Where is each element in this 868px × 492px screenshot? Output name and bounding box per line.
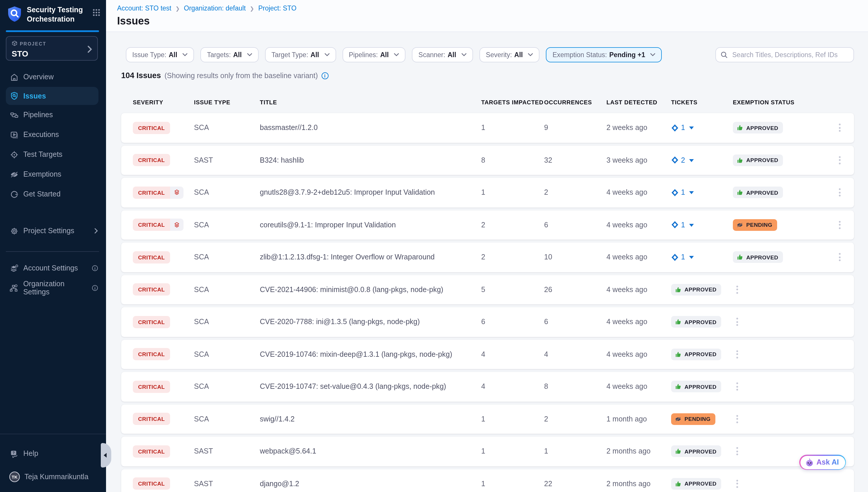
row-menu-button[interactable] [835, 156, 844, 164]
issue-row[interactable]: CRITICAL SCA coreutils@9.1-1: Improper I… [121, 210, 854, 240]
chevron-down-icon [324, 53, 330, 56]
search-input[interactable] [731, 51, 849, 59]
severity-label: CRITICAL [133, 348, 170, 361]
sidebar-item-pipelines[interactable]: Pipelines [0, 105, 106, 125]
issue-type: SCA [194, 415, 260, 423]
targets-impacted: 8 [481, 156, 544, 164]
ask-ai-button[interactable]: Ask AI [799, 455, 846, 470]
row-menu-button[interactable] [733, 286, 741, 294]
issue-row[interactable]: CRITICAL SAST webpack@5.64.1 1 1 2 month… [121, 437, 854, 466]
sidebar-item-organization-settings[interactable]: Organization Settings i [0, 278, 106, 298]
row-menu-button[interactable] [733, 415, 741, 423]
last-detected: 4 weeks ago [606, 383, 671, 391]
pipelines-icon [9, 110, 19, 120]
eye-off-icon [675, 416, 682, 423]
sidebar-item-exemptions[interactable]: Exemptions [0, 164, 106, 184]
sidebar-item-help[interactable]: ? Help [0, 444, 106, 463]
exemption-status-badge: APPROVED [671, 349, 721, 360]
severity-label: CRITICAL [133, 316, 170, 328]
info-icon[interactable]: i [92, 265, 98, 271]
row-menu-button[interactable] [835, 124, 844, 132]
info-icon[interactable]: i [321, 72, 328, 79]
severity-label: CRITICAL [133, 445, 170, 458]
sidebar-item-executions[interactable]: Executions [0, 125, 106, 145]
filter-dropdown[interactable]: Exemption Status: Pending +1 [546, 47, 662, 63]
ticket-chip[interactable]: 1 [671, 189, 733, 197]
row-menu-button[interactable] [733, 447, 741, 456]
breadcrumb-account[interactable]: Account: STO test [117, 5, 171, 12]
filter-dropdown[interactable]: Issue Type: All [126, 47, 194, 63]
issue-row[interactable]: CRITICAL SCA swig//1.4.2 1 2 1 month ago [121, 404, 854, 434]
ticket-chip[interactable]: 1 [671, 124, 733, 132]
ticket-chip[interactable]: 1 [671, 221, 733, 229]
row-menu-button[interactable] [733, 318, 741, 326]
ticket-count: 2 [681, 156, 685, 164]
row-menu-button[interactable] [835, 253, 844, 262]
info-icon[interactable]: i [92, 285, 98, 291]
breadcrumb-project[interactable]: Project: STO [258, 5, 296, 12]
row-menu-button[interactable] [835, 221, 844, 229]
targets-impacted: 1 [481, 447, 544, 456]
exemption-status-label: APPROVED [746, 157, 778, 164]
row-menu-button[interactable] [733, 350, 741, 359]
col-occurrences: OCCURRENCES [544, 99, 606, 105]
issue-row[interactable]: CRITICAL SAST B324: hashlib 8 32 3 weeks… [121, 145, 854, 175]
occurrences: 32 [544, 156, 606, 164]
breadcrumb-organization[interactable]: Organization: default [184, 5, 245, 12]
user-menu[interactable]: TK Teja Kummarikuntla [0, 470, 106, 484]
filter-label: Scanner: [419, 51, 445, 58]
module-accent-bar [6, 30, 99, 32]
filter-dropdown[interactable]: Severity: All [479, 47, 540, 63]
sidebar-item-label: Organization Settings [23, 280, 92, 296]
filter-dropdown[interactable]: Scanner: All [412, 47, 473, 63]
caret-down-icon [689, 192, 694, 194]
issue-row[interactable]: CRITICAL SAST django@1.2 1 22 2 months a… [121, 469, 854, 492]
sidebar-nav: Overview Issues Pipeline [0, 67, 106, 204]
sidebar-item-overview[interactable]: Overview [0, 67, 106, 87]
row-menu-button[interactable] [835, 189, 844, 197]
chevron-right-icon: ❯ [175, 5, 180, 11]
sidebar-item-get-started[interactable]: Get Started [0, 184, 106, 204]
issue-row[interactable]: CRITICAL SCA CVE-2019-10746: mixin-deep@… [121, 340, 854, 369]
svg-text:?: ? [12, 451, 14, 455]
occurrences: 6 [544, 221, 606, 229]
filter-dropdown[interactable]: Target Type: All [265, 47, 336, 63]
sidebar-item-label: Executions [23, 130, 59, 139]
filter-value: Pending +1 [609, 51, 645, 58]
issue-row[interactable]: CRITICAL SCA CVE-2019-10747: set-value@0… [121, 372, 854, 401]
row-menu-button[interactable] [733, 383, 741, 391]
exemption-status-label: PENDING [684, 416, 710, 422]
caret-down-icon [689, 256, 694, 259]
issue-row[interactable]: CRITICAL SCA zlib@1:1.2.13.dfsg-1: Integ… [121, 243, 854, 272]
issue-row[interactable]: CRITICAL SCA gnutls28@3.7.9-2+deb12u5: I… [121, 178, 854, 207]
exemption-status-badge: APPROVED [671, 381, 721, 393]
exemption-status-badge: APPROVED [733, 122, 783, 134]
sidebar-item-project-settings[interactable]: Project Settings [0, 221, 106, 241]
ticket-chip[interactable]: 2 [671, 156, 733, 164]
ticket-count: 1 [681, 124, 685, 132]
last-detected: 4 weeks ago [606, 221, 671, 229]
exemption-status-badge: APPROVED [671, 478, 721, 490]
chevron-down-icon [462, 53, 467, 56]
table-header: SEVERITY ISSUE TYPE TITLE TARGETS IMPACT… [121, 97, 854, 107]
exemption-status-badge: APPROVED [671, 316, 721, 328]
issue-row[interactable]: CRITICAL SCA bassmaster//1.2.0 1 9 2 wee… [121, 113, 854, 143]
chevron-right-icon: ❯ [250, 5, 254, 11]
sidebar-item-account-settings[interactable]: Account Settings i [0, 258, 106, 278]
issue-row[interactable]: CRITICAL SCA CVE-2021-44906: minimist@0.… [121, 275, 854, 304]
sidebar-item-test-targets[interactable]: Test Targets [0, 145, 106, 164]
row-menu-button[interactable] [733, 480, 741, 488]
sidebar-item-label: Get Started [23, 190, 60, 198]
caret-down-icon [689, 224, 694, 227]
filter-dropdown[interactable]: Pipelines: All [342, 47, 405, 63]
severity-label: CRITICAL [133, 413, 170, 425]
filter-dropdown[interactable]: Targets: All [201, 47, 259, 63]
sidebar-divider [6, 251, 99, 252]
project-selector[interactable]: PROJECT STO [6, 36, 98, 60]
module-grid-icon[interactable] [93, 8, 100, 19]
search-icon [720, 51, 728, 58]
executions-icon [9, 130, 19, 139]
issue-row[interactable]: CRITICAL SCA CVE-2020-7788: ini@1.3.5 (l… [121, 307, 854, 337]
ticket-chip[interactable]: 1 [671, 253, 733, 262]
sidebar-item-issues[interactable]: Issues [6, 87, 99, 105]
